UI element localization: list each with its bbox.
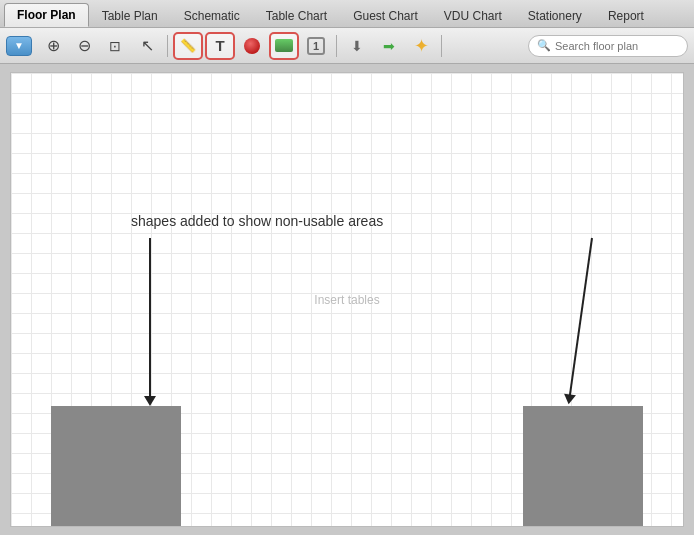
zoom-fit-button[interactable]: ⊡	[100, 32, 130, 60]
zoom-in-button[interactable]: ⊕	[38, 32, 68, 60]
star-button[interactable]: ✦	[406, 32, 436, 60]
zoom-out-button[interactable]: ⊖	[69, 32, 99, 60]
pointer-icon: ↖	[141, 36, 154, 55]
non-usable-shape-right	[523, 406, 643, 526]
tab-guest-chart[interactable]: Guest Chart	[340, 3, 431, 27]
send-back-icon: ⬇	[351, 38, 363, 54]
rect-icon	[275, 39, 293, 52]
tab-bar: Floor Plan Table Plan Schematic Table Ch…	[0, 0, 694, 28]
circle-shape-button[interactable]	[237, 32, 267, 60]
zoom-in-icon: ⊕	[47, 36, 60, 55]
zoom-group: ⊕ ⊖ ⊡	[38, 32, 130, 60]
text-button[interactable]: T	[205, 32, 235, 60]
pointer-button[interactable]: ↖	[132, 32, 162, 60]
ruler-icon: 📏	[180, 38, 196, 53]
separator-1	[167, 35, 168, 57]
separator-2	[336, 35, 337, 57]
circle-icon	[244, 38, 260, 54]
number-icon: 1	[307, 37, 325, 55]
tab-stationery[interactable]: Stationery	[515, 3, 595, 27]
rect-shape-button[interactable]	[269, 32, 299, 60]
zoom-out-icon: ⊖	[78, 36, 91, 55]
star-icon: ✦	[414, 35, 429, 57]
send-back-button[interactable]: ⬇	[342, 32, 372, 60]
tab-vdu-chart[interactable]: VDU Chart	[431, 3, 515, 27]
tab-schematic[interactable]: Schematic	[171, 3, 253, 27]
tab-table-plan[interactable]: Table Plan	[89, 3, 171, 27]
ruler-button[interactable]: 📏	[173, 32, 203, 60]
zoom-fit-icon: ⊡	[109, 38, 121, 54]
search-box[interactable]: 🔍	[528, 35, 688, 57]
bring-forward-button[interactable]: ➡	[374, 32, 404, 60]
canvas-area[interactable]: Insert tables shapes added to show non-u…	[10, 72, 684, 527]
non-usable-shape-left	[51, 406, 181, 526]
separator-3	[441, 35, 442, 57]
drawer-toggle[interactable]	[6, 36, 32, 56]
tab-table-chart[interactable]: Table Chart	[253, 3, 340, 27]
bring-forward-icon: ➡	[383, 38, 395, 54]
tab-report[interactable]: Report	[595, 3, 657, 27]
search-input[interactable]	[555, 40, 679, 52]
search-icon: 🔍	[537, 39, 551, 52]
tab-floor-plan[interactable]: Floor Plan	[4, 3, 89, 27]
toolbar: ⊕ ⊖ ⊡ ↖ 📏 T 1 ⬇ ➡ ✦ 🔍	[0, 28, 694, 64]
number-button[interactable]: 1	[301, 32, 331, 60]
text-t-icon: T	[215, 37, 224, 54]
